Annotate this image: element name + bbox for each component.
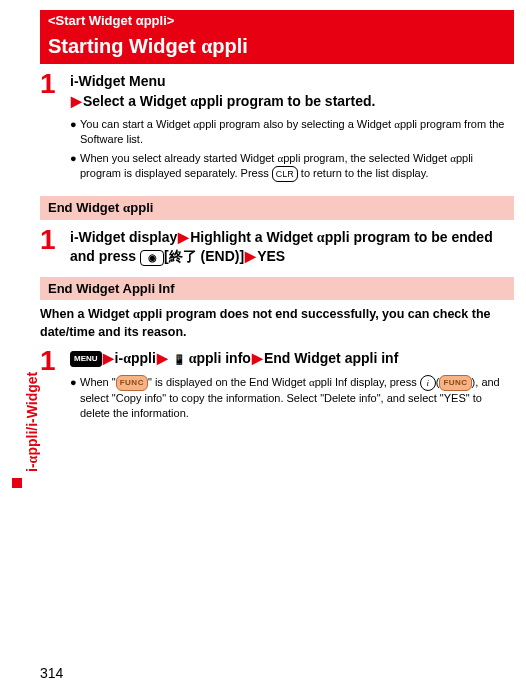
step-start-widget: 1 i-Widget Menu ▶Select a Widget αppli p… <box>40 70 514 186</box>
camera-key-icon: ◉ <box>140 250 164 266</box>
step-title: i-Widget display▶Highlight a Widget αppl… <box>70 228 514 267</box>
step-number: 1 <box>40 347 70 424</box>
phone-icon: 📱 <box>173 354 185 365</box>
func-key-icon: FUNC <box>116 375 148 391</box>
triangle-icon: ▶ <box>244 248 257 264</box>
bullet-item: ● You can start a Widget αppli program a… <box>70 117 514 147</box>
i-key-icon: i <box>420 375 436 391</box>
page-number: 314 <box>40 665 63 681</box>
vertical-tab-label: i-αppli/i-Widget <box>24 372 41 472</box>
step-title: MENU▶i-αppli▶ 📱 αppli info▶End Widget ap… <box>70 349 514 369</box>
banner-top: <Start Widget αppli> <box>40 10 514 31</box>
triangle-icon: ▶ <box>251 350 264 366</box>
end-widget-inf-banner: End Widget Appli Inf <box>40 277 514 300</box>
triangle-icon: ▶ <box>177 229 190 245</box>
bullet-item: ● When "FUNC" is displayed on the End Wi… <box>70 375 514 421</box>
step-end-widget-inf: 1 MENU▶i-αppli▶ 📱 αppli info▶End Widget … <box>40 347 514 424</box>
bullet-item: ● When you select already started Widget… <box>70 151 514 182</box>
banner-title: Starting Widget αppli <box>40 31 514 64</box>
triangle-icon: ▶ <box>70 93 83 109</box>
triangle-icon: ▶ <box>102 350 115 366</box>
step-title: i-Widget Menu ▶Select a Widget αppli pro… <box>70 72 514 111</box>
step-end-widget: 1 i-Widget display▶Highlight a Widget αp… <box>40 226 514 267</box>
end-widget-banner: End Widget αppli <box>40 196 514 220</box>
triangle-icon: ▶ <box>156 350 169 366</box>
vertical-tab-marker <box>12 478 22 488</box>
func-key-icon: FUNC <box>439 375 471 391</box>
clr-key-icon: CLR <box>272 166 298 182</box>
banner-top-text: <Start Widget αppli> <box>48 13 174 28</box>
step-number: 1 <box>40 70 70 186</box>
menu-key-icon: MENU <box>70 351 102 367</box>
step-number: 1 <box>40 226 70 267</box>
inf-intro: When a Widget αppli program does not end… <box>40 306 514 341</box>
